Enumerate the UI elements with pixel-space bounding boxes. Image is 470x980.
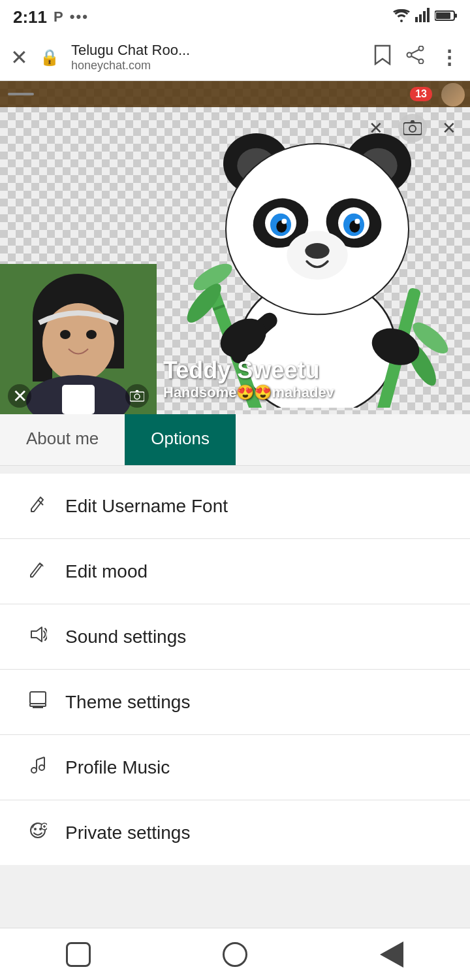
page-url: honeychat.com xyxy=(71,59,362,73)
svg-point-67 xyxy=(34,828,37,830)
svg-rect-41 xyxy=(403,123,422,135)
lock-icon: 🔒 xyxy=(40,48,59,67)
music-icon xyxy=(26,756,50,779)
recent-apps-button[interactable] xyxy=(59,935,98,974)
user-mood-display: Handsome😍😍mahadev xyxy=(163,384,334,401)
browser-actions: ⋮ xyxy=(374,44,460,70)
tab-options[interactable]: Options xyxy=(125,414,236,465)
browser-url-area: Telugu Chat Roo... honeychat.com xyxy=(71,42,362,73)
edit-username-font-label: Edit Username Font xyxy=(65,496,228,517)
sound-settings-label: Sound settings xyxy=(65,627,186,647)
user-info-overlay: Teddy Sweetu Handsome😍😍mahadev xyxy=(163,357,334,401)
svg-rect-52 xyxy=(130,392,144,401)
option-private-settings[interactable]: Private settings xyxy=(0,800,470,865)
svg-point-61 xyxy=(31,768,37,773)
theme-icon xyxy=(26,691,50,713)
status-bar: 2:11 P ••• xyxy=(0,0,470,34)
profile-photo-section: ✕ xyxy=(0,264,157,414)
svg-rect-0 xyxy=(415,17,418,22)
svg-point-42 xyxy=(409,125,416,132)
svg-line-10 xyxy=(411,50,419,54)
profile-photo-controls: ✕ xyxy=(0,384,157,408)
svg-rect-57 xyxy=(30,704,46,706)
profile-photo-camera[interactable] xyxy=(125,384,149,408)
svg-line-65 xyxy=(37,757,44,760)
profile-photo: ✕ xyxy=(0,264,157,414)
svg-point-27 xyxy=(354,219,360,224)
svg-point-62 xyxy=(39,765,44,770)
profile-photo-close[interactable]: ✕ xyxy=(8,384,31,408)
svg-point-29 xyxy=(305,243,329,259)
svg-point-17 xyxy=(226,144,409,314)
wifi-icon xyxy=(393,8,410,26)
svg-point-53 xyxy=(134,394,140,399)
svg-rect-6 xyxy=(436,12,450,19)
edit-mood-label: Edit mood xyxy=(65,561,148,582)
browser-close-button[interactable]: ✕ xyxy=(10,45,28,70)
time-display: 2:11 xyxy=(13,7,47,27)
svg-rect-5 xyxy=(454,14,457,18)
private-settings-icon xyxy=(26,821,50,844)
home-button[interactable] xyxy=(215,935,255,974)
svg-point-8 xyxy=(419,59,424,64)
cover-photo-area: 13 xyxy=(0,81,470,414)
svg-rect-2 xyxy=(423,11,426,22)
options-list: Edit Username Font Edit mood Sound setti… xyxy=(0,474,470,865)
bottom-navigation xyxy=(0,928,470,980)
battery-icon xyxy=(435,10,457,24)
option-profile-music[interactable]: Profile Music xyxy=(0,735,470,800)
cover-close-button-2[interactable]: ✕ xyxy=(435,114,463,142)
username-display: Teddy Sweetu xyxy=(163,357,334,384)
p-icon: P xyxy=(54,8,63,25)
status-time: 2:11 P ••• xyxy=(13,7,89,27)
svg-point-49 xyxy=(86,330,97,339)
square-icon xyxy=(66,942,91,967)
status-icons xyxy=(393,8,457,26)
option-edit-username-font[interactable]: Edit Username Font xyxy=(0,474,470,539)
signal-icon xyxy=(415,8,430,26)
svg-line-11 xyxy=(411,56,419,60)
svg-point-7 xyxy=(419,46,424,51)
edit-font-icon xyxy=(26,495,50,517)
private-settings-label: Private settings xyxy=(65,823,190,843)
sound-icon xyxy=(26,625,50,648)
svg-marker-55 xyxy=(31,627,42,642)
cover-camera-button[interactable] xyxy=(398,114,427,142)
edit-mood-icon xyxy=(26,560,50,583)
svg-rect-1 xyxy=(419,14,422,22)
more-options-icon[interactable]: ⋮ xyxy=(439,46,460,69)
profile-tabs: About me Options xyxy=(0,414,470,466)
back-button[interactable] xyxy=(372,935,411,974)
cover-edit-controls[interactable]: ✕ ✕ xyxy=(362,114,463,142)
dots-icon: ••• xyxy=(70,8,89,25)
profile-music-label: Profile Music xyxy=(65,757,170,778)
bookmark-icon[interactable] xyxy=(374,44,391,70)
share-icon[interactable] xyxy=(405,46,425,69)
svg-rect-3 xyxy=(427,8,430,22)
option-theme-settings[interactable]: Theme settings xyxy=(0,670,470,735)
page-title: Telugu Chat Roo... xyxy=(71,42,362,59)
cover-close-button[interactable]: ✕ xyxy=(362,114,390,142)
svg-point-48 xyxy=(60,330,70,339)
svg-point-9 xyxy=(407,53,412,57)
option-edit-mood[interactable]: Edit mood xyxy=(0,539,470,604)
circle-icon xyxy=(223,942,247,967)
option-sound-settings[interactable]: Sound settings xyxy=(0,604,470,670)
browser-bar: ✕ 🔒 Telugu Chat Roo... honeychat.com ⋮ xyxy=(0,34,470,81)
theme-settings-label: Theme settings xyxy=(65,692,190,713)
back-arrow-icon xyxy=(380,941,403,968)
svg-point-26 xyxy=(281,219,287,224)
svg-rect-56 xyxy=(30,692,46,704)
tab-about-me[interactable]: About me xyxy=(0,414,125,465)
